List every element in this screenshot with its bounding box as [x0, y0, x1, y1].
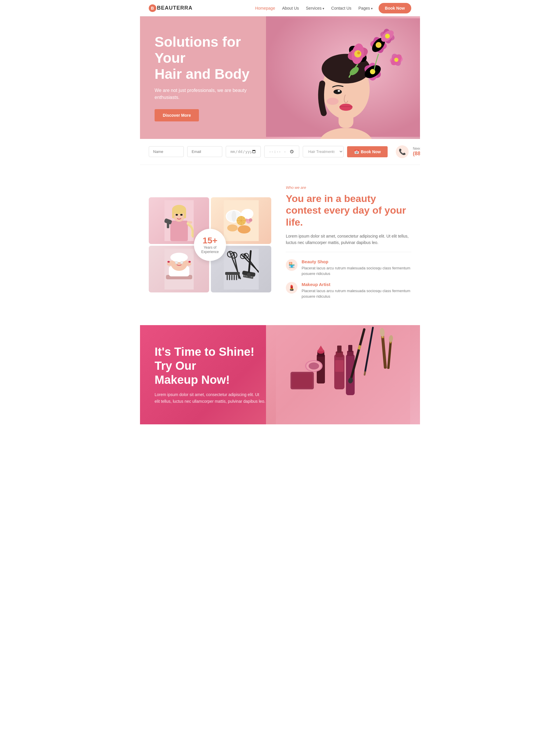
nav-item-homepage[interactable]: Homepage — [255, 6, 275, 11]
svg-rect-83 — [225, 272, 240, 275]
nav-item-about[interactable]: About Us — [282, 6, 299, 11]
svg-point-21 — [376, 42, 381, 48]
svg-rect-102 — [346, 354, 355, 395]
booking-bar: Hair Treatments Facial Treatment Makeup … — [140, 139, 420, 165]
contact-phone: (888) 4000-234 — [413, 151, 420, 157]
svg-point-30 — [394, 58, 398, 62]
svg-point-69 — [180, 261, 183, 264]
beauty-shop-icon: 🏪 — [286, 259, 297, 271]
nav-book-button[interactable]: Book Now — [379, 3, 411, 13]
svg-rect-87 — [234, 275, 235, 280]
discover-more-button[interactable]: Discover More — [155, 109, 199, 121]
svg-point-5 — [339, 104, 353, 111]
makeup-image — [266, 325, 420, 424]
beauty-shop-desc: Placerat lacus arcu rutrum malesuada soc… — [302, 265, 411, 277]
svg-point-8 — [338, 90, 340, 92]
booking-time-input[interactable] — [264, 146, 299, 158]
svg-rect-40 — [172, 209, 174, 218]
makeup-artist-desc: Placerat lacus arcu rutrum malesuada soc… — [302, 288, 411, 299]
contact-info: 📞 Need Help? Contact us (888) 4000-234 — [396, 145, 420, 158]
nav-item-contact[interactable]: Contact Us — [331, 6, 351, 11]
svg-point-43 — [180, 214, 183, 216]
svg-rect-86 — [231, 275, 232, 280]
svg-rect-101 — [335, 360, 344, 372]
booking-email-input[interactable] — [187, 146, 222, 157]
svg-point-51 — [232, 211, 236, 222]
svg-rect-84 — [227, 275, 228, 280]
booking-submit-button[interactable]: 📅 Book Now — [347, 146, 388, 157]
booking-service-select[interactable]: Hair Treatments Facial Treatment Makeup … — [303, 146, 344, 157]
about-content: Who we are You are in a beauty contest e… — [286, 185, 411, 305]
phone-icon: 📞 — [396, 145, 409, 158]
beauty-shop-name: Beauty Shop — [302, 259, 411, 264]
booking-date-input[interactable] — [226, 146, 261, 157]
svg-rect-37 — [170, 221, 188, 241]
svg-point-16 — [357, 51, 360, 54]
svg-rect-88 — [236, 275, 237, 280]
makeup-artist-icon: 💄 — [286, 282, 297, 293]
nav-links: Homepage About Us Services Contact Us Pa… — [255, 6, 373, 11]
years-number: 15+ — [203, 235, 218, 245]
makeup-cta-content: It's Time to Shine! Try Our Makeup Now! … — [140, 327, 280, 422]
svg-point-67 — [170, 253, 188, 262]
svg-point-68 — [175, 261, 178, 264]
nav-link-homepage[interactable]: Homepage — [255, 6, 275, 11]
about-title: You are in a beauty contest every day of… — [286, 193, 411, 228]
booking-name-input[interactable] — [149, 146, 184, 157]
svg-point-123 — [309, 362, 319, 370]
contact-details: Need Help? Contact us (888) 4000-234 — [413, 146, 420, 157]
svg-point-56 — [249, 218, 252, 222]
makeup-cta-section: It's Time to Shine! Try Our Makeup Now! … — [140, 325, 420, 424]
hero-content: Solutions for Your Hair and Body We are … — [140, 16, 280, 139]
svg-point-7 — [334, 89, 342, 94]
svg-point-53 — [227, 224, 238, 231]
svg-point-42 — [176, 214, 178, 216]
nav-link-pages[interactable]: Pages — [358, 6, 373, 11]
svg-rect-85 — [229, 275, 230, 280]
service-item-beauty-shop: 🏪 Beauty Shop Placerat lacus arcu rutrum… — [286, 259, 411, 277]
about-description: Lorem ipsum dolor sit amet, consectetur … — [286, 233, 411, 252]
hero-section: Solutions for Your Hair and Body We are … — [140, 16, 420, 139]
makeup-artist-details: Makeup Artist Placerat lacus arcu rutrum… — [302, 282, 411, 299]
calendar-icon: 📅 — [354, 149, 359, 154]
hero-image — [266, 16, 420, 139]
svg-point-34 — [385, 34, 390, 39]
contact-help-label: Need Help? Contact us — [413, 146, 420, 151]
svg-rect-100 — [337, 345, 342, 353]
nav-link-contact[interactable]: Contact Us — [331, 6, 351, 11]
svg-point-9 — [327, 98, 339, 105]
about-images: 15+ Years of Experience — [149, 197, 271, 292]
service-item-makeup-artist: 💄 Makeup Artist Placerat lacus arcu rutr… — [286, 282, 411, 299]
about-section: 15+ Years of Experience Who we are You a… — [140, 165, 420, 325]
makeup-artist-name: Makeup Artist — [302, 282, 411, 287]
svg-rect-41 — [184, 209, 186, 218]
nav-link-about[interactable]: About Us — [282, 6, 299, 11]
nav-item-services[interactable]: Services — [306, 6, 324, 11]
navbar: B BEAUTERRA Homepage About Us Services C… — [140, 0, 420, 16]
svg-rect-104 — [348, 345, 352, 352]
years-label: Years of Experience — [201, 245, 219, 254]
nav-link-services[interactable]: Services — [306, 6, 324, 11]
beauty-shop-details: Beauty Shop Placerat lacus arcu rutrum m… — [302, 259, 411, 277]
brand-initial: B — [149, 4, 156, 12]
svg-point-54 — [238, 225, 251, 233]
svg-point-73 — [188, 261, 191, 263]
svg-rect-47 — [167, 223, 169, 228]
svg-rect-120 — [292, 373, 312, 388]
years-experience-badge: 15+ Years of Experience — [194, 229, 226, 261]
hero-title: Solutions for Your Hair and Body — [155, 34, 265, 82]
svg-point-72 — [167, 261, 170, 263]
brand-logo[interactable]: B BEAUTERRA — [149, 4, 193, 12]
hero-subtitle: We are not just professionals, we are be… — [155, 87, 265, 101]
hero-image-bg — [266, 16, 420, 139]
makeup-image-bg — [266, 325, 420, 424]
brand-name: BEAUTERRA — [157, 5, 193, 11]
makeup-cta-title: It's Time to Shine! Try Our Makeup Now! — [155, 345, 265, 387]
makeup-cta-description: Lorem ipsum dolor sit amet, consectetur … — [155, 392, 265, 405]
nav-item-pages[interactable]: Pages — [358, 6, 373, 11]
who-we-are-label: Who we are — [286, 185, 411, 190]
